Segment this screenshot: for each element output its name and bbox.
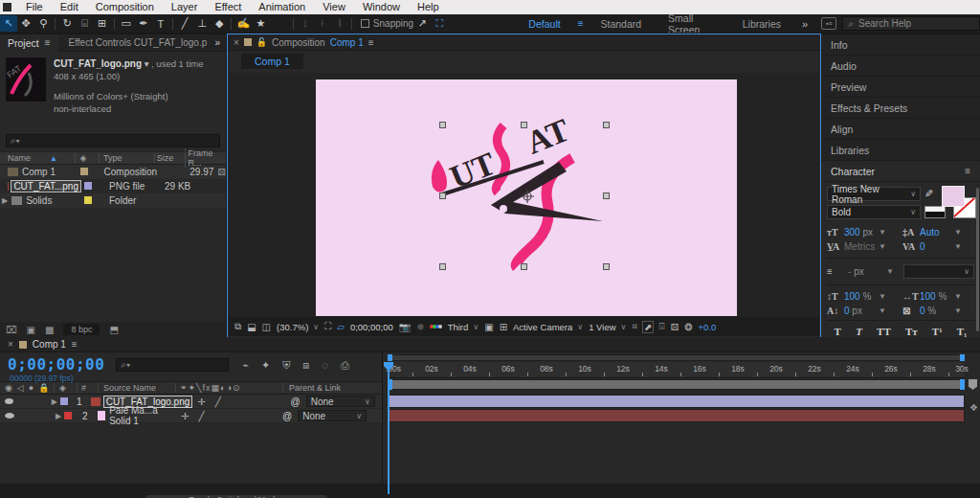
eyedropper-icon[interactable]: ✎ [924, 188, 933, 200]
layer-source-name[interactable]: Pale Ma...a Solid 1 [109, 405, 175, 426]
menu-edit[interactable]: Edit [52, 0, 87, 14]
dropdown-arrow-icon[interactable]: ▼ [954, 292, 962, 301]
camera-dropdown[interactable]: Active Camera∨ [513, 322, 583, 332]
selection-handle[interactable] [439, 263, 446, 270]
brush-tool-icon[interactable]: ╱ [176, 15, 193, 32]
lock-column-icon[interactable]: 🔒 [38, 383, 49, 393]
snap-options-icon[interactable]: ↗ [413, 15, 431, 32]
workspace-tab-default[interactable]: Default [515, 18, 573, 30]
shy-layers-icon[interactable]: ⛨ [282, 359, 290, 372]
panel-menu-icon[interactable]: ≡ [45, 37, 51, 48]
flowchart-icon[interactable]: ⚄ [670, 322, 679, 332]
selection-handle[interactable] [603, 263, 610, 270]
font-size-value[interactable]: 300 px [844, 227, 879, 238]
viewer-tab-comp1[interactable]: Comp 1 [241, 54, 303, 69]
all-caps-button[interactable]: TT [877, 326, 891, 337]
comp-marker-bin-icon[interactable] [969, 379, 977, 390]
stroke-width-value[interactable]: - px [848, 266, 882, 277]
panel-audio[interactable]: Audio [821, 56, 980, 77]
mini-flowchart-icon[interactable]: ⌁ [242, 359, 249, 372]
selection-handle[interactable] [521, 122, 527, 128]
puppet-pin-tool-icon[interactable]: ★ [252, 15, 269, 32]
main-flows-icon[interactable]: ⬓ [247, 322, 256, 332]
workspace-menu-icon[interactable]: ≡ [574, 18, 588, 29]
always-preview-icon[interactable]: ⧉ [234, 321, 241, 332]
close-panel-icon[interactable]: × [8, 339, 13, 350]
project-search-input[interactable]: ⌕▾ [6, 134, 220, 147]
parent-link-column[interactable]: Parent & Link [282, 383, 382, 393]
snap-grid-icon[interactable]: ⛶ [431, 15, 448, 32]
menu-view[interactable]: View [314, 0, 354, 14]
region-of-interest-icon[interactable]: ⛶ [324, 321, 331, 332]
horizontal-scale-value[interactable]: 100 % [920, 291, 954, 302]
av-center-icon[interactable]: ✛ [197, 396, 205, 407]
new-folder-icon[interactable]: ▣ [27, 325, 35, 335]
label-swatch[interactable] [84, 196, 92, 204]
current-timecode[interactable]: 0;00;00;00 [0, 355, 104, 374]
camera-tool-icon[interactable]: ⌻ [76, 15, 93, 32]
switches-column-icons[interactable]: ⚭✦╲fx▦◐◑⊙ [175, 383, 282, 393]
panel-libraries[interactable]: Libraries [821, 140, 980, 161]
motion-blur-icon[interactable]: ◌ [322, 359, 328, 372]
layer-label-swatch[interactable] [60, 397, 68, 405]
dropdown-arrow-icon[interactable]: ▼ [954, 306, 962, 315]
workspace-tab-libraries[interactable]: Libraries [729, 18, 794, 30]
menu-effect[interactable]: Effect [206, 0, 250, 14]
comp-timecode[interactable]: 0;00;00;00 [350, 322, 393, 332]
dropdown-arrow-icon[interactable]: ▼ [879, 228, 886, 237]
navigator-bar[interactable] [388, 354, 965, 361]
expand-arrow-icon[interactable]: ▶ [56, 412, 61, 420]
resolution-dropdown[interactable]: Third∨ [448, 322, 479, 332]
footage-dropdown-icon[interactable]: ▾ [145, 58, 149, 69]
menu-layer[interactable]: Layer [163, 0, 207, 14]
dropdown-arrow-icon[interactable]: ▼ [954, 242, 962, 251]
exposure-reset-icon[interactable]: ❂ [684, 322, 692, 332]
layer-bar-2[interactable] [388, 409, 965, 422]
panel-overflow-icon[interactable]: » [209, 37, 226, 48]
column-name[interactable]: Name ▲ [0, 153, 75, 163]
workspace-tab-small-screen[interactable]: Small Screen [655, 12, 729, 35]
view-layout-dropdown[interactable]: 1 View∨ [589, 322, 626, 332]
font-style-select[interactable]: Bold∨ [827, 205, 921, 219]
pick-whip-icon[interactable]: @ [291, 396, 301, 407]
stroke-style-select[interactable]: ∨ [903, 264, 974, 279]
time-ruler[interactable]: :00s 02s 04s 06s 08s 10s 12s 14s 16s 18s… [388, 362, 965, 378]
search-help-field[interactable]: ⌕ Search Help [842, 16, 980, 31]
zoom-tool-icon[interactable]: ⚲ [34, 15, 52, 32]
project-row-comp1[interactable]: Comp 1 Composition 29.97 ⚄ [0, 165, 226, 179]
panel-menu-icon[interactable]: ≡ [368, 37, 374, 48]
layer-row-2[interactable]: ▶ 2 Pale Ma...a Solid 1 ✛╱ @ None∨ [0, 409, 382, 423]
unlock-icon[interactable]: 🔓 [256, 37, 267, 47]
exposure-value[interactable]: +0.0 [699, 322, 717, 332]
snapshot-icon[interactable]: 📷 [399, 322, 411, 332]
column-frame-rate[interactable]: Frame R... [185, 148, 226, 168]
dropdown-arrow-icon[interactable]: ▼ [879, 292, 886, 301]
panel-align[interactable]: Align [821, 119, 980, 140]
roto-brush-tool-icon[interactable]: ✍ [234, 15, 252, 32]
pick-whip-icon[interactable]: @ [282, 411, 292, 421]
tracking-value[interactable]: 0 [920, 241, 954, 252]
clone-stamp-tool-icon[interactable]: ⊥ [193, 15, 211, 32]
frame-blending-icon[interactable]: ⧈ [302, 359, 309, 372]
parent-select[interactable]: None∨ [298, 410, 367, 421]
shape-tool-icon[interactable]: ▭ [118, 15, 135, 32]
timeline-button-icon[interactable]: ⍗ [658, 321, 664, 332]
workspace-overflow-icon[interactable]: » [794, 18, 815, 30]
playhead-line[interactable] [388, 362, 390, 494]
faux-bold-button[interactable]: T [835, 326, 841, 337]
baseline-shift-value[interactable]: 0 px [844, 306, 879, 316]
subscript-button[interactable]: T₁ [957, 326, 968, 337]
menu-animation[interactable]: Animation [250, 0, 314, 14]
font-family-select[interactable]: Times New Roman∨ [827, 187, 921, 201]
vertical-scale-value[interactable]: 100 % [844, 291, 879, 302]
tab-effect-controls[interactable]: Effect Controls CUT_FAT_logo.p [58, 37, 210, 48]
selection-handle[interactable] [603, 122, 610, 128]
selection-handle[interactable] [439, 192, 446, 199]
panel-character[interactable]: Character ≡ [821, 161, 980, 182]
project-bit-depth-button[interactable]: 8 bpc [63, 324, 100, 335]
video-column-icon[interactable]: ◉ [5, 383, 12, 393]
kerning-value[interactable]: Metrics [844, 241, 879, 252]
label-swatch[interactable] [84, 182, 92, 190]
share-frame-icon[interactable]: ◫ [262, 322, 271, 332]
grid-guides-icon[interactable]: ⌗ [632, 321, 637, 332]
